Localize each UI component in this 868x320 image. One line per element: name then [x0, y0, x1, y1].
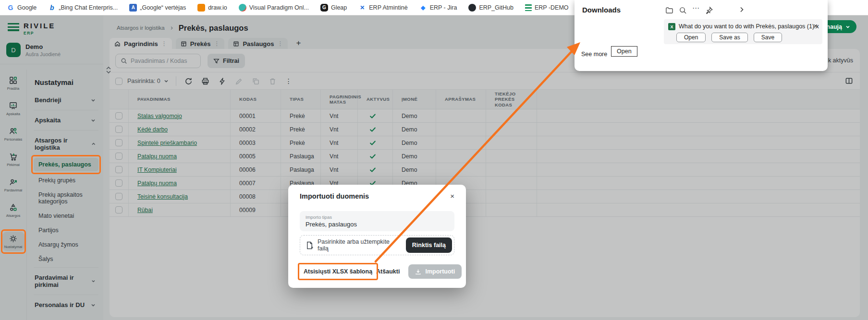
bookmark[interactable]: G Google	[7, 4, 37, 12]
folder-icon[interactable]	[665, 6, 673, 14]
notification-button[interactable]: Save	[754, 33, 782, 42]
more-options-icon[interactable]: ⋯	[692, 4, 699, 12]
see-more-link[interactable]: See more	[581, 51, 607, 58]
bookmark-label: ERP - Jira	[430, 4, 457, 11]
translate-icon: A	[129, 4, 137, 12]
bookmark[interactable]: G Gleap	[320, 4, 347, 12]
chevron-down-icon	[845, 24, 850, 29]
bookmark-label: ERP -DEMO	[535, 4, 569, 11]
search-icon[interactable]	[679, 6, 687, 14]
modal-title: Importuoti duomenis	[300, 192, 369, 200]
close-icon[interactable]: ×	[813, 22, 818, 30]
rivile-bars-icon	[525, 4, 532, 11]
bookmark[interactable]: A „Google“ vertėjas	[129, 4, 186, 12]
bookmark-label: ERP Atmintinė	[369, 4, 407, 11]
file-dropzone[interactable]: Pasirinkite arba užtempkite failą Rinkti…	[300, 235, 454, 255]
close-icon[interactable]: ×	[450, 192, 454, 200]
import-button[interactable]: Importuoti	[408, 264, 462, 279]
choose-file-button[interactable]: Rinktis failą	[406, 237, 452, 253]
bookmark-label: Gleap	[331, 4, 347, 11]
field-value: Prekės, paslaugos	[306, 221, 449, 228]
github-icon	[468, 4, 476, 12]
open-callout: Open	[611, 46, 637, 57]
bookmark[interactable]: Visual Paradigm Onl...	[239, 4, 309, 12]
bookmark[interactable]: ERP_GitHub	[468, 4, 513, 12]
bookmark[interactable]: ✕ ERP Atmintinė	[358, 4, 407, 12]
field-label: Importo tipas	[306, 214, 449, 220]
cancel-button[interactable]: Atšaukti	[376, 268, 400, 275]
bookmark-label: Visual Paradigm Onl...	[249, 4, 309, 11]
jira-icon: ◆	[419, 4, 427, 12]
excel-file-icon: X	[668, 23, 675, 30]
dropzone-text: Pasirinkite arba užtempkite failą	[318, 238, 402, 252]
bookmark[interactable]: b „Bing Chat Enterpris...	[48, 4, 118, 12]
import-type-field[interactable]: Importo tipas Prekės, paslaugos	[300, 211, 454, 231]
gleap-icon: G	[320, 4, 328, 12]
notification-button[interactable]: Open	[676, 33, 706, 42]
file-plus-icon	[306, 241, 313, 249]
download-template-button[interactable]: Atsisiųsti XLSX šabloną	[300, 264, 376, 279]
notification-button[interactable]: Save as	[711, 33, 747, 42]
import-modal: Importuoti duomenis × Importo tipas Prek…	[288, 185, 466, 288]
bookmark-label: „Bing Chat Enterpris...	[59, 4, 118, 11]
downloads-title: Downloads	[582, 6, 621, 14]
bookmark-label: ERP_GitHub	[479, 4, 513, 11]
bookmark-label: draw.io	[208, 4, 227, 11]
confluence-icon: ✕	[358, 4, 366, 12]
pin-icon[interactable]	[705, 6, 713, 14]
bookmark-label: „Google“ vertėjas	[140, 4, 186, 11]
download-icon	[415, 269, 421, 275]
bing-icon: b	[48, 4, 56, 12]
chevron-right-icon[interactable]	[738, 6, 745, 13]
download-notification: X What do you want to do with Prekės, pa…	[664, 19, 822, 44]
bookmark-label: Google	[17, 4, 37, 11]
bookmark[interactable]: ◆ ERP - Jira	[419, 4, 457, 12]
notification-message: What do you want to do with Prekės, pasl…	[679, 23, 819, 30]
google-icon: G	[7, 4, 14, 12]
drawio-icon	[197, 4, 205, 12]
bookmark[interactable]: draw.io	[197, 4, 227, 12]
downloads-flyout: Downloads ⋯ X What do you want to do wit…	[575, 0, 828, 71]
visual-paradigm-icon	[239, 4, 246, 12]
bookmark[interactable]: ERP -DEMO	[525, 4, 569, 11]
